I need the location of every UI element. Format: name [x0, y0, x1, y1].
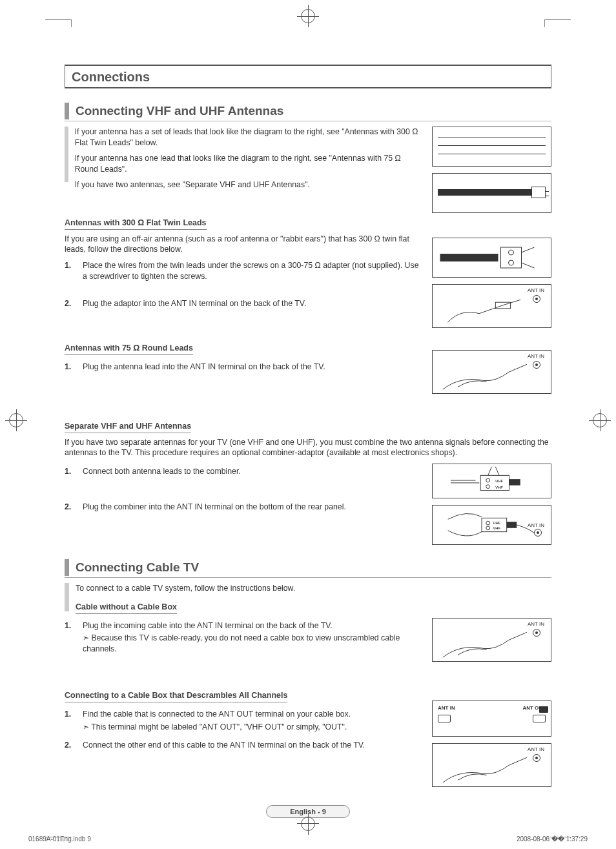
- step-text: Plug the incoming cable into the ANT IN …: [83, 621, 333, 630]
- subsection-title: Connecting to a Cable Box that Descrambl…: [65, 690, 287, 702]
- crop-mark: [545, 837, 571, 837]
- step-text: Plug the combiner into the ANT IN termin…: [83, 502, 346, 513]
- step-text: Plug the antenna lead into the ANT IN te…: [83, 362, 325, 373]
- svg-text:UHF: UHF: [493, 521, 500, 525]
- intro-para: If you have two antennas, see "Separate …: [75, 179, 420, 190]
- svg-point-13: [486, 526, 490, 530]
- svg-text:UHF: UHF: [495, 479, 503, 483]
- diagram-coax-cable: [432, 173, 551, 213]
- section-accent-bar: [65, 559, 69, 576]
- section-title: Connecting Cable TV: [76, 559, 199, 576]
- svg-rect-5: [480, 475, 509, 490]
- registration-mark-icon: [301, 9, 315, 23]
- step-item: 2.Plug the combiner into the ANT IN term…: [65, 502, 420, 513]
- crop-mark: [45, 837, 71, 837]
- section-side-bar: [65, 127, 68, 182]
- page-content: Connections Connecting VHF and UHF Anten…: [65, 65, 551, 818]
- diagram-ant-in-adapter: ANT IN: [432, 284, 551, 328]
- plug-icon: [539, 706, 548, 713]
- step-note: This terminal might be labeled "ANT OUT"…: [83, 722, 351, 733]
- crop-mark: [45, 19, 71, 20]
- step-item: 2.Plug the adaptor into the ANT IN termi…: [65, 298, 420, 309]
- step-item: 1.Place the wires from the twin leads un…: [65, 260, 420, 281]
- svg-point-7: [486, 485, 490, 489]
- section-accent-bar: [65, 103, 69, 119]
- svg-rect-16: [507, 522, 517, 528]
- intro-para: If your antenna has one lead that looks …: [75, 153, 420, 174]
- section-cable-tv: Connecting Cable TV To connect to a cabl…: [65, 559, 551, 786]
- port-icon: [533, 715, 546, 722]
- diagram-cablebox-antin: ANT IN: [432, 743, 551, 787]
- step-number: 1.: [65, 620, 76, 655]
- step-number: 1.: [65, 260, 76, 281]
- step-number: 2.: [65, 740, 76, 751]
- diagram-combiner-antin: ANT IN UHFVHF: [432, 505, 551, 545]
- step-item: 1.Plug the antenna lead into the ANT IN …: [65, 362, 420, 373]
- crop-mark: [545, 19, 571, 20]
- step-text: Plug the adaptor into the ANT IN termina…: [83, 298, 306, 309]
- subsection-lead: If you are using an off-air antenna (suc…: [65, 234, 420, 255]
- crop-mark: [71, 19, 72, 27]
- step-number: 2.: [65, 502, 76, 513]
- section-vhf-uhf: Connecting VHF and UHF Antennas If your …: [65, 103, 551, 545]
- section-title: Connecting VHF and UHF Antennas: [76, 103, 283, 119]
- step-item: 1. Plug the incoming cable into the ANT …: [65, 620, 420, 655]
- subsection-title: Separate VHF and UHF Antennas: [65, 421, 191, 433]
- registration-mark-icon: [593, 413, 607, 427]
- svg-rect-10: [509, 479, 520, 486]
- crop-mark: [544, 19, 545, 27]
- subsection-lead: If you have two separate antennas for yo…: [65, 437, 551, 458]
- svg-text:VHF: VHF: [493, 526, 500, 530]
- step-item: 2.Connect the other end of this cable to…: [65, 740, 420, 751]
- diagram-combiner: UHFVHF: [432, 464, 551, 498]
- step-note: Because this TV is cable-ready, you do n…: [83, 633, 420, 654]
- step-number: 1.: [65, 466, 76, 477]
- svg-text:VHF: VHF: [495, 486, 503, 489]
- subsection-title: Cable without a Cable Box: [76, 602, 177, 614]
- step-number: 2.: [65, 298, 76, 309]
- step-text: Connect the other end of this cable to t…: [83, 740, 365, 751]
- step-item: 1.Connect both antenna leads to the comb…: [65, 466, 420, 477]
- svg-point-3: [509, 260, 514, 265]
- diagram-label-antin: ANT IN: [438, 705, 455, 711]
- port-icon: [438, 715, 451, 722]
- step-number: 1.: [65, 709, 76, 732]
- step-text: Place the wires from the twin leads unde…: [83, 260, 420, 281]
- step-number: 1.: [65, 362, 76, 373]
- diagram-twin-lead-cable: [432, 127, 551, 167]
- chapter-title: Connections: [65, 65, 551, 88]
- print-footer: 01689A-01Eng.indb 9 2008-08-06 �� 1:37:2…: [28, 835, 588, 843]
- diagram-ant-in-hand: ANT IN: [432, 350, 551, 394]
- svg-rect-1: [501, 247, 522, 268]
- intro-para: To connect to a cable TV system, follow …: [76, 583, 295, 594]
- svg-point-2: [509, 250, 514, 255]
- svg-point-6: [486, 478, 490, 482]
- subsection-title: Antennas with 75 Ω Round Leads: [65, 343, 193, 355]
- diagram-cable-antin: ANT IN: [432, 618, 551, 662]
- step-text: Connect both antenna leads to the combin…: [83, 466, 241, 477]
- registration-mark-icon: [301, 817, 315, 831]
- step-item: 1. Find the cable that is connected to t…: [65, 709, 420, 732]
- registration-mark-icon: [9, 413, 23, 427]
- svg-rect-0: [440, 254, 498, 261]
- chapter-box: Connections: [65, 65, 551, 88]
- svg-point-12: [486, 521, 490, 525]
- step-text: Find the cable that is connected to the …: [83, 710, 351, 719]
- subsection-title: Antennas with 300 Ω Flat Twin Leads: [65, 218, 207, 230]
- diagram-cable-box: ANT IN ANT OUT: [432, 701, 551, 737]
- intro-para: If your antenna has a set of leads that …: [75, 127, 420, 148]
- section-side-bar: [65, 583, 69, 611]
- diagram-adapter: [432, 238, 551, 278]
